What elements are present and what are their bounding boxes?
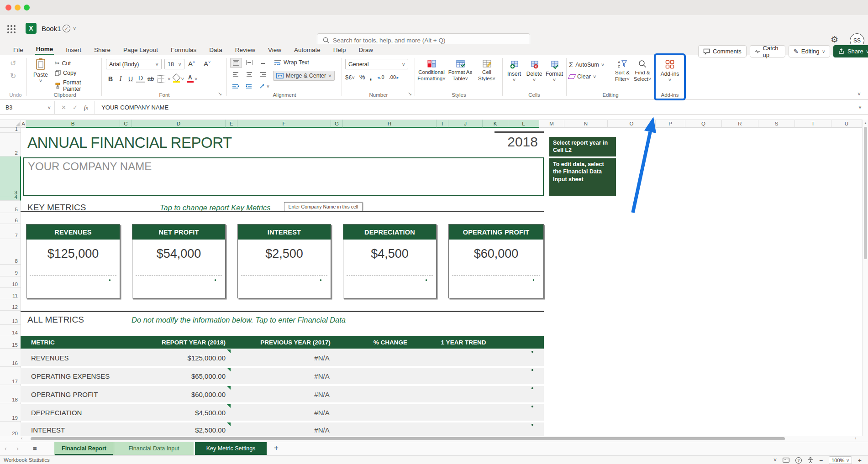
menu-insert[interactable]: Insert [65,46,82,54]
formula-input[interactable]: YOUR COMPANY NAME [95,104,168,111]
keyboard-icon[interactable] [783,458,789,463]
zoom-level-select[interactable]: 100%˅ [829,456,852,464]
number-format-select[interactable]: General˅ [345,59,408,69]
merge-center-button[interactable]: Merge & Center ˅ [273,71,335,81]
zoom-in-icon[interactable]: + [858,457,862,464]
next-sheet-icon[interactable]: › [16,445,19,452]
table-row[interactable]: OPERATING PROFIT $60,000.00 #N/A [21,386,544,402]
align-left-icon[interactable] [230,70,241,79]
vertical-scrollbar[interactable]: ▲ [862,120,868,437]
expand-formula-bar-chevron-icon[interactable]: ˅ [858,104,868,111]
column-header-a[interactable]: A [21,120,26,128]
row-header-5[interactable]: 5 [0,201,21,213]
insert-function-icon[interactable]: fx [84,104,88,111]
workbook-statistics-button[interactable]: Workbook Statistics [4,457,50,463]
number-dialog-launcher-icon[interactable]: ↘ [408,91,412,97]
row-header-6[interactable]: 6 [0,213,21,224]
column-header-r[interactable]: R [722,120,758,128]
column-header-f[interactable]: F [237,120,331,128]
chevron-down-icon[interactable]: ˅ [195,76,197,82]
comments-button[interactable]: Comments [698,45,747,57]
menu-review[interactable]: Review [234,46,256,54]
row-header-11[interactable]: 11 [0,288,21,299]
menu-help[interactable]: Help [332,46,347,54]
close-window-button[interactable] [5,5,11,10]
row-header-8[interactable]: 8 [0,239,21,265]
accessibility-icon[interactable] [808,457,813,463]
copy-button[interactable]: Copy [55,70,100,76]
row-header-3[interactable]: 3 [0,156,21,196]
align-center-icon[interactable] [244,70,255,79]
share-button[interactable]: Share ˅ [833,45,868,57]
menu-home[interactable]: Home [35,45,54,55]
workbook-name[interactable]: Book1 [42,25,61,32]
column-header-q[interactable]: Q [685,120,722,128]
scroll-right-icon[interactable]: › [855,436,856,441]
column-header-t[interactable]: T [795,120,831,128]
cell-styles-button[interactable]: CellStyles˅ [475,60,499,82]
scroll-up-icon[interactable]: ▲ [864,121,867,125]
row-header-20[interactable]: 20 [0,422,21,437]
saved-status-icon[interactable]: ✓ [63,25,70,32]
autosum-button[interactable]: ΣAutoSum˅ [569,61,604,68]
insert-cells-button[interactable]: Insert ˅ [504,61,524,83]
double-underline-button[interactable]: D [136,74,145,83]
undo-icon[interactable]: ↺ [10,59,16,68]
strikethrough-button[interactable]: ab [146,75,155,82]
conditional-formatting-button[interactable]: ConditionalFormatting˅ [417,60,446,82]
column-header-s[interactable]: S [758,120,795,128]
increase-font-icon[interactable]: A˄ [188,60,195,68]
italic-button[interactable]: I [116,75,125,83]
menu-draw[interactable]: Draw [358,46,374,54]
row-header-13[interactable]: 13 [0,311,21,325]
editing-mode-button[interactable]: ✎ Editing ˅ [789,45,830,57]
decrease-indent-icon[interactable] [230,82,241,91]
cut-button[interactable]: ✂Cut [55,60,100,67]
row-header-14[interactable]: 14 [0,325,21,336]
font-dialog-launcher-icon[interactable]: ↘ [218,91,222,97]
row-header-2[interactable]: 2 [0,133,21,156]
sheet-list-icon[interactable]: ≡ [33,444,37,452]
tab-key-metric-settings[interactable]: Key Metric Settings [195,442,267,455]
column-header-k[interactable]: K [483,120,508,128]
align-middle-icon[interactable] [244,58,255,67]
column-header-n[interactable]: N [564,120,608,128]
select-all-corner[interactable] [0,120,21,128]
collapse-ribbon-chevron-icon[interactable]: ˅ [857,91,861,98]
redo-icon[interactable]: ↻ [10,72,16,80]
minimize-window-button[interactable] [15,5,21,10]
decrease-font-icon[interactable]: A˅ [204,60,210,68]
row-header-16[interactable]: 16 [0,349,21,367]
scroll-left-icon[interactable]: ‹ [21,436,22,441]
tab-financial-data-input[interactable]: Financial Data Input [114,442,194,455]
row-header-9[interactable]: 9 [0,265,21,276]
format-as-table-button[interactable]: Format AsTable˅ [447,60,474,82]
currency-format-icon[interactable]: $€˅ [345,74,355,81]
align-bottom-icon[interactable] [258,58,268,67]
workbook-menu-chevron-icon[interactable]: ˅ [73,26,76,31]
chevron-down-icon[interactable]: ˅ [181,76,184,82]
chevron-down-icon[interactable]: ˅ [168,76,170,82]
borders-icon[interactable] [158,75,165,83]
underline-button[interactable]: U [126,75,135,83]
format-cells-button[interactable]: Format ˅ [544,61,564,83]
menu-file[interactable]: File [12,46,24,54]
table-row[interactable]: DEPRECIATION $4,500.00 #N/A [21,404,544,421]
menu-view[interactable]: View [267,46,282,54]
settings-gear-icon[interactable]: ⚙ [831,34,838,45]
table-row[interactable]: INTEREST $2,500.00 #N/A [21,422,544,437]
column-header-h[interactable]: H [343,120,437,128]
sort-filter-button[interactable]: AZ Sort &Filter˅ [613,60,632,83]
column-header-j[interactable]: J [448,120,483,128]
clear-button[interactable]: Clear˅ [569,73,596,80]
delete-cells-button[interactable]: Delete ˅ [524,61,544,83]
name-box[interactable]: B3˅ [0,101,55,114]
column-header-m[interactable]: M [539,120,564,128]
bold-button[interactable]: B [106,75,115,83]
decrease-decimal-icon[interactable]: ◄.0 [377,74,384,80]
font-color-icon[interactable]: A [187,75,194,83]
row-header-12[interactable]: 12 [0,299,21,311]
column-header-c[interactable]: C [120,120,132,128]
fullscreen-window-button[interactable] [24,5,30,10]
find-select-button[interactable]: Find &Select˅ [633,60,652,83]
